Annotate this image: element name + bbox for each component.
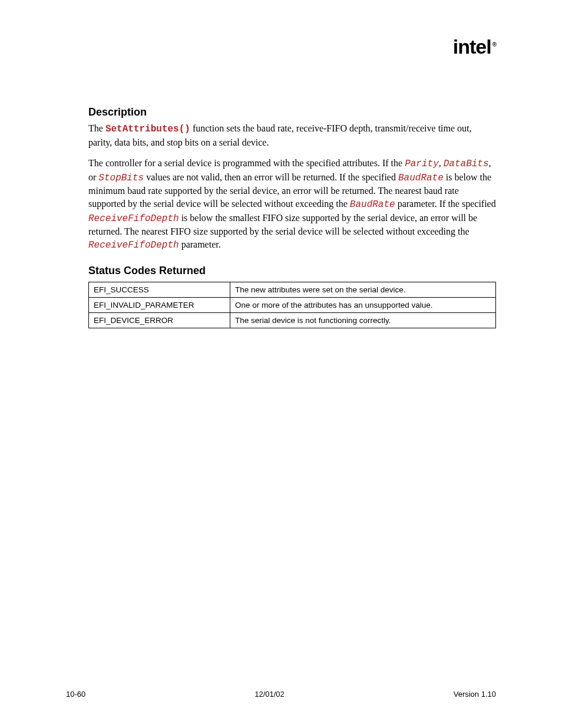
text-run: parameter.	[179, 239, 221, 249]
code-receivefifodepth: ReceiveFifoDepth	[88, 240, 179, 251]
description-para-1: The SetAttributes() function sets the ba…	[88, 122, 496, 149]
code-databits: DataBits	[444, 159, 489, 169]
logo-text: intel	[453, 35, 491, 58]
text-run: ,	[439, 158, 444, 168]
status-codes-table: EFI_SUCCESS The new attributes were set …	[88, 282, 496, 328]
code-setattributes: SetAttributes()	[105, 124, 190, 134]
table-row: EFI_INVALID_PARAMETER One or more of the…	[89, 298, 496, 313]
description-para-2: The controller for a serial device is pr…	[88, 157, 496, 252]
table-row: EFI_SUCCESS The new attributes were set …	[89, 282, 496, 298]
table-row: EFI_DEVICE_ERROR The serial device is no…	[89, 313, 496, 328]
status-desc-cell: One or more of the attributes has an uns…	[230, 298, 495, 313]
status-desc-cell: The serial device is not functioning cor…	[230, 313, 495, 328]
main-content: Description The SetAttributes() function…	[88, 106, 496, 328]
code-parity: Parity	[405, 159, 439, 169]
footer-version: Version 1.10	[454, 690, 496, 699]
text-run: values are not valid, then an error will…	[144, 172, 398, 182]
intel-logo: intel®	[453, 35, 496, 58]
footer-date: 12/01/02	[254, 690, 285, 699]
footer-page-number: 10-60	[66, 690, 85, 699]
code-baudrate: BaudRate	[398, 173, 444, 183]
status-code-cell: EFI_INVALID_PARAMETER	[89, 298, 230, 313]
logo-sub: ®	[492, 41, 496, 48]
code-receivefifodepth: ReceiveFifoDepth	[88, 213, 179, 224]
status-code-cell: EFI_SUCCESS	[89, 282, 230, 298]
code-baudrate: BaudRate	[350, 199, 395, 210]
text-run: parameter. If the specified	[395, 199, 496, 209]
page-footer: 10-60 12/01/02 Version 1.10	[66, 690, 496, 699]
status-code-cell: EFI_DEVICE_ERROR	[89, 313, 230, 328]
description-heading: Description	[88, 106, 496, 118]
text-run: The controller for a serial device is pr…	[88, 158, 405, 168]
status-codes-heading: Status Codes Returned	[88, 265, 496, 277]
text-run: The	[88, 123, 105, 133]
status-desc-cell: The new attributes were set on the seria…	[230, 282, 495, 298]
code-stopbits: StopBits	[98, 173, 144, 183]
